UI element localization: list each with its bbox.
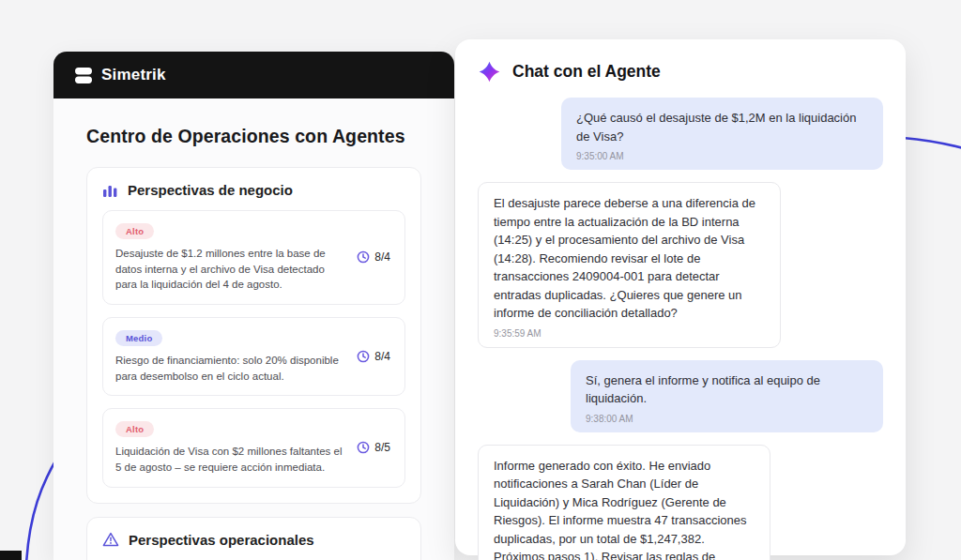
insight-date: 8/5 <box>374 441 390 454</box>
brand-logo-icon <box>74 67 93 84</box>
chat-messages: ¿Qué causó el desajuste de $1,2M en la l… <box>478 98 883 560</box>
brand-bar: Simetrik <box>53 52 454 98</box>
chat-panel: Chat con el Agente ¿Qué causó el desajus… <box>455 39 906 555</box>
agent-sparkle-icon <box>478 60 501 83</box>
clock-icon <box>357 250 370 264</box>
insight-date: 8/4 <box>374 250 390 264</box>
severity-badge: Medio <box>115 330 162 346</box>
severity-badge: Alto <box>115 223 154 239</box>
insight-item[interactable]: Alto Desajuste de $1.2 millones entre la… <box>102 210 405 305</box>
clock-icon <box>357 441 370 454</box>
business-insights-title: Perspectivas de negocio <box>128 182 293 198</box>
insight-item[interactable]: Medio Riesgo de financiamiento: solo 20%… <box>102 317 405 396</box>
business-insights-card: Perspectivas de negocio Alto Desajuste d… <box>86 167 421 504</box>
user-message-bubble: Sí, genera el informe y notifica al equi… <box>571 360 883 432</box>
corner-accent <box>0 551 22 560</box>
message-text: Informe generado con éxito. He enviado n… <box>494 457 755 560</box>
page-title: Centro de Operaciones con Agentes <box>86 126 421 147</box>
agent-message-bubble: Informe generado con éxito. He enviado n… <box>478 445 770 560</box>
message-time: 9:35:59 AM <box>494 328 765 339</box>
operational-insights-card: Perspectivas operacionales Error de carg… <box>86 517 421 560</box>
bar-chart-icon <box>102 183 118 198</box>
insight-date: 8/4 <box>374 350 390 363</box>
operations-panel: Simetrik Centro de Operaciones con Agent… <box>53 52 454 560</box>
insight-text: Riesgo de financiamiento: solo 20% dispo… <box>115 353 347 384</box>
message-time: 9:35:00 AM <box>576 151 868 161</box>
chat-title: Chat con el Agente <box>512 62 661 82</box>
message-text: El desajuste parece deberse a una difere… <box>494 194 765 323</box>
severity-badge: Alto <box>115 421 154 437</box>
chat-header: Chat con el Agente <box>478 60 883 83</box>
insight-text: Desajuste de $1.2 millones entre la base… <box>115 246 347 293</box>
message-text: Sí, genera el informe y notifica al equi… <box>586 371 868 408</box>
warning-icon <box>102 532 119 547</box>
decorative-curve-top-right <box>903 138 961 148</box>
insight-item[interactable]: Alto Liquidación de Visa con $2 millones… <box>102 408 405 487</box>
insight-text: Liquidación de Visa con $2 millones falt… <box>115 444 347 475</box>
operational-insights-title: Perspectivas operacionales <box>129 532 314 548</box>
message-text: ¿Qué causó el desajuste de $1,2M en la l… <box>576 109 868 145</box>
agent-message-bubble: El desajuste parece deberse a una difere… <box>478 182 781 348</box>
brand-name: Simetrik <box>101 66 166 84</box>
clock-icon <box>357 350 370 363</box>
message-time: 9:38:00 AM <box>586 414 868 424</box>
app-canvas: Simetrik Centro de Operaciones con Agent… <box>0 0 961 560</box>
user-message-bubble: ¿Qué causó el desajuste de $1,2M en la l… <box>561 98 883 170</box>
